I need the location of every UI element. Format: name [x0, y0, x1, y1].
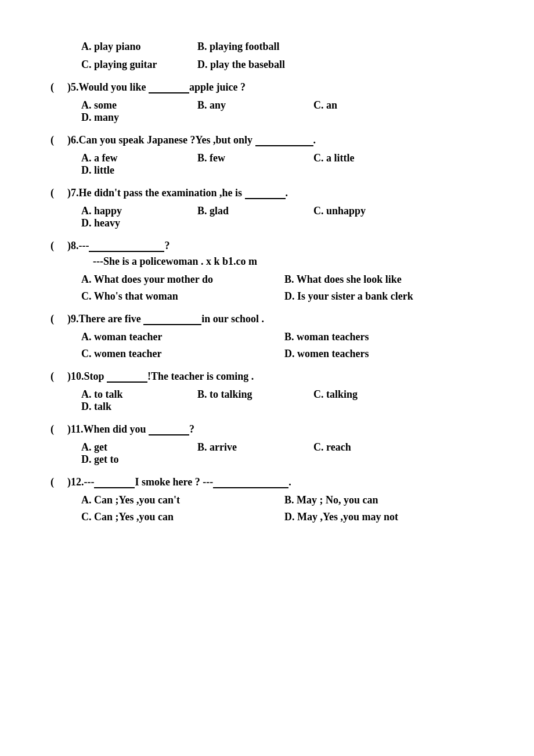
q10-option-d: D. talk — [81, 401, 174, 413]
question-11: ( )11.When did you ? A. get B. arrive C.… — [46, 423, 488, 466]
q9-option-c: C. women teacher — [81, 348, 284, 360]
q5-open-paren: ( — [46, 81, 58, 93]
q9-open-paren: ( — [46, 313, 58, 325]
q5-options: A. some B. any C. an D. many — [81, 99, 488, 124]
q7-option-d: D. heavy — [81, 217, 174, 229]
q12-blank1 — [94, 477, 135, 488]
q11-option-c: C. reach — [313, 441, 406, 453]
q12-option-d: D. May ,Yes ,you may not — [284, 511, 488, 523]
question-9: ( )9.There are five in our school . A. w… — [46, 313, 488, 360]
q9-line: ( )9.There are five in our school . — [46, 313, 488, 325]
q7-option-c: C. unhappy — [313, 205, 406, 217]
q12-option-a: A. Can ;Yes ,you can't — [81, 494, 284, 506]
question-5: ( )5.Would you like apple juice ? A. som… — [46, 81, 488, 124]
q6-option-b: B. few — [197, 152, 290, 164]
extra-options-row1: A. play piano B. playing football — [81, 41, 488, 53]
q12-option-b: B. May ; No, you can — [284, 494, 488, 506]
q12-open-paren: ( — [46, 476, 58, 488]
extra-options-block: A. play piano B. playing football C. pla… — [46, 41, 488, 71]
q9-text: )9.There are five in our school . — [67, 313, 264, 325]
q11-options: A. get B. arrive C. reach D. get to — [81, 441, 488, 466]
q10-blank — [107, 371, 147, 383]
q11-option-d: D. get to — [81, 453, 174, 466]
q8-option-a: A. What does your mother do — [81, 273, 284, 286]
option-c-playing-guitar: C. playing guitar — [81, 59, 174, 71]
q9-option-a: A. woman teacher — [81, 331, 284, 343]
q10-open-paren: ( — [46, 370, 58, 383]
q5-option-a: A. some — [81, 99, 174, 111]
q6-blank — [255, 135, 313, 146]
q8-text: )8.---? — [67, 240, 169, 252]
q8-options: A. What does your mother do B. What does… — [81, 273, 488, 303]
q6-open-paren: ( — [46, 134, 58, 146]
question-7: ( )7.He didn't pass the examination ,he … — [46, 187, 488, 229]
extra-options-row2: C. playing guitar D. play the baseball — [81, 59, 488, 71]
q8-line: ( )8.---? — [46, 240, 488, 252]
question-6: ( )6.Can you speak Japanese ?Yes ,but on… — [46, 134, 488, 177]
q9-options: A. woman teacher B. woman teachers C. wo… — [81, 331, 488, 360]
q11-option-b: B. arrive — [197, 441, 290, 453]
q6-option-d: D. little — [81, 164, 174, 177]
q5-option-b: B. any — [197, 99, 290, 111]
q9-option-d: D. women teachers — [284, 348, 488, 360]
q7-line: ( )7.He didn't pass the examination ,he … — [46, 187, 488, 199]
q7-text: )7.He didn't pass the examination ,he is… — [67, 187, 288, 199]
q12-options: A. Can ;Yes ,you can't B. May ; No, you … — [81, 494, 488, 523]
q7-option-a: A. happy — [81, 205, 174, 217]
option-b-playing-football: B. playing football — [197, 41, 290, 53]
q9-option-b: B. woman teachers — [284, 331, 488, 343]
q6-option-c: C. a little — [313, 152, 406, 164]
q6-text: )6.Can you speak Japanese ?Yes ,but only… — [67, 134, 316, 146]
q12-option-c: C. Can ;Yes ,you can — [81, 511, 284, 523]
q11-blank — [149, 424, 189, 435]
q5-option-d: D. many — [81, 111, 174, 124]
q6-options: A. a few B. few C. a little D. little — [81, 152, 488, 177]
q11-open-paren: ( — [46, 423, 58, 435]
question-10: ( )10.Stop !The teacher is coming . A. t… — [46, 370, 488, 413]
q8-blank — [89, 240, 164, 252]
q10-option-c: C. talking — [313, 388, 406, 401]
q8-option-d: D. Is your sister a bank clerk — [284, 290, 488, 303]
q10-line: ( )10.Stop !The teacher is coming . — [46, 370, 488, 383]
q8-open-paren: ( — [46, 240, 58, 252]
q12-line: ( )12.---I smoke here ? ---. — [46, 476, 488, 488]
q5-text: )5.Would you like apple juice ? — [67, 81, 246, 93]
q8-answer-line: ---She is a policewoman . x k b1.co m — [93, 255, 488, 268]
q11-text: )11.When did you ? — [67, 423, 194, 435]
q12-blank2 — [213, 477, 288, 488]
q10-text: )10.Stop !The teacher is coming . — [67, 370, 254, 383]
q8-option-c: C. Who's that woman — [81, 290, 284, 303]
q7-blank — [245, 188, 286, 199]
q12-text: )12.---I smoke here ? ---. — [67, 476, 291, 488]
q10-option-a: A. to talk — [81, 388, 174, 401]
question-12: ( )12.---I smoke here ? ---. A. Can ;Yes… — [46, 476, 488, 523]
q6-line: ( )6.Can you speak Japanese ?Yes ,but on… — [46, 134, 488, 146]
q9-blank — [143, 314, 201, 325]
option-a-play-piano: A. play piano — [81, 41, 174, 53]
q5-option-c: C. an — [313, 99, 406, 111]
q7-option-b: B. glad — [197, 205, 290, 217]
q11-line: ( )11.When did you ? — [46, 423, 488, 435]
option-d-play-baseball: D. play the baseball — [197, 59, 290, 71]
q7-options: A. happy B. glad C. unhappy D. heavy — [81, 205, 488, 229]
question-8: ( )8.---? ---She is a policewoman . x k … — [46, 240, 488, 303]
q11-option-a: A. get — [81, 441, 174, 453]
q8-option-b: B. What does she look like — [284, 273, 488, 286]
q5-blank — [149, 82, 189, 93]
q6-option-a: A. a few — [81, 152, 174, 164]
q5-line: ( )5.Would you like apple juice ? — [46, 81, 488, 93]
q7-open-paren: ( — [46, 187, 58, 199]
q10-options: A. to talk B. to talking C. talking D. t… — [81, 388, 488, 413]
q10-option-b: B. to talking — [197, 388, 290, 401]
